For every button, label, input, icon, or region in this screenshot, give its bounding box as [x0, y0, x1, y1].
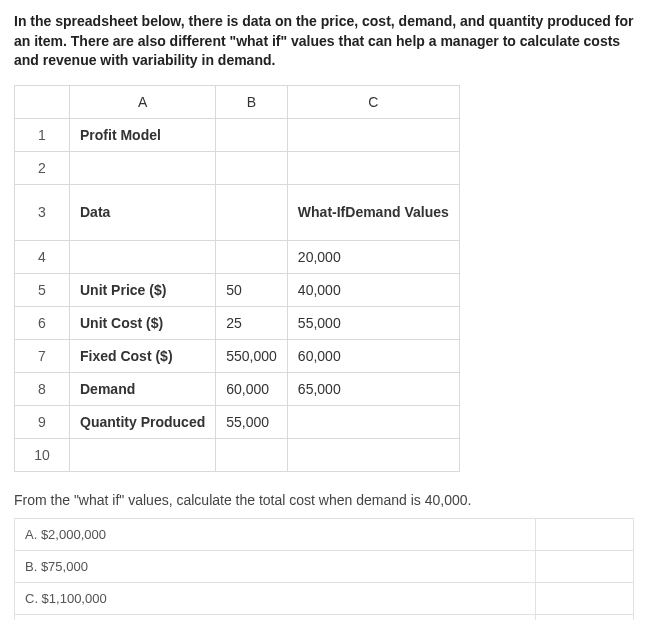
- cell-b7: 550,000: [216, 339, 288, 372]
- option-a[interactable]: A. $2,000,000: [15, 518, 536, 550]
- spreadsheet-table: A B C 1 Profit Model 2 3 Data What-IfDem…: [14, 85, 460, 472]
- row-header: 4: [15, 240, 70, 273]
- cell-b4: [216, 240, 288, 273]
- cell-c5: 40,000: [287, 273, 459, 306]
- option-d[interactable]: D. $1,925,000: [15, 614, 536, 620]
- option-b[interactable]: B. $75,000: [15, 550, 536, 582]
- cell-b1: [216, 118, 288, 151]
- option-c[interactable]: C. $1,100,000: [15, 582, 536, 614]
- cell-b8: 60,000: [216, 372, 288, 405]
- row-header: 8: [15, 372, 70, 405]
- cell-a7: Fixed Cost ($): [70, 339, 216, 372]
- cell-a2: [70, 151, 216, 184]
- intro-text: In the spreadsheet below, there is data …: [14, 12, 642, 71]
- col-header-c: C: [287, 85, 459, 118]
- cell-c10: [287, 438, 459, 471]
- cell-a6: Unit Cost ($): [70, 306, 216, 339]
- option-b-extra: [536, 550, 634, 582]
- cell-a5: Unit Price ($): [70, 273, 216, 306]
- cell-c3: What-IfDemand Values: [287, 184, 459, 240]
- col-header-b: B: [216, 85, 288, 118]
- option-c-extra: [536, 582, 634, 614]
- cell-b10: [216, 438, 288, 471]
- cell-a1: Profit Model: [70, 118, 216, 151]
- row-header: 10: [15, 438, 70, 471]
- corner-cell: [15, 85, 70, 118]
- row-header: 3: [15, 184, 70, 240]
- row-header: 5: [15, 273, 70, 306]
- answer-options: A. $2,000,000 B. $75,000 C. $1,100,000 D…: [14, 518, 634, 620]
- cell-a4: [70, 240, 216, 273]
- cell-b3: [216, 184, 288, 240]
- cell-c9: [287, 405, 459, 438]
- row-header: 1: [15, 118, 70, 151]
- cell-c8: 65,000: [287, 372, 459, 405]
- cell-a10: [70, 438, 216, 471]
- cell-b5: 50: [216, 273, 288, 306]
- cell-c4: 20,000: [287, 240, 459, 273]
- cell-c7: 60,000: [287, 339, 459, 372]
- option-d-extra: [536, 614, 634, 620]
- row-header: 6: [15, 306, 70, 339]
- cell-c2: [287, 151, 459, 184]
- cell-b2: [216, 151, 288, 184]
- cell-b6: 25: [216, 306, 288, 339]
- option-a-extra: [536, 518, 634, 550]
- cell-a3: Data: [70, 184, 216, 240]
- row-header: 2: [15, 151, 70, 184]
- col-header-a: A: [70, 85, 216, 118]
- row-header: 9: [15, 405, 70, 438]
- cell-c1: [287, 118, 459, 151]
- row-header: 7: [15, 339, 70, 372]
- cell-b9: 55,000: [216, 405, 288, 438]
- cell-a9: Quantity Produced: [70, 405, 216, 438]
- cell-c6: 55,000: [287, 306, 459, 339]
- cell-a8: Demand: [70, 372, 216, 405]
- question-text: From the "what if" values, calculate the…: [14, 492, 642, 508]
